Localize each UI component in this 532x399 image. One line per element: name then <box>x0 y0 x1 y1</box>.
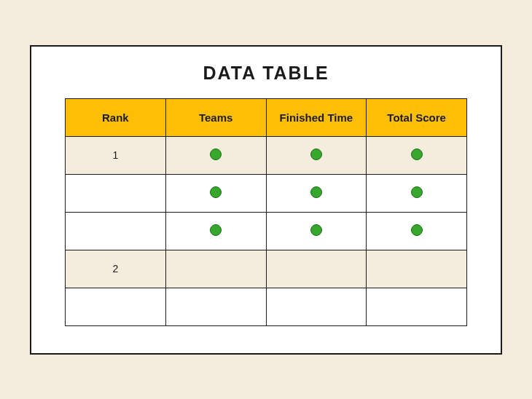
cell-teams <box>165 250 266 288</box>
cell-time <box>266 250 367 288</box>
table-row: 2 <box>66 250 467 288</box>
table-body: 12 <box>66 136 467 325</box>
table-card: DATA TABLE Rank Teams Finished Time Tota… <box>30 45 502 355</box>
data-table: Rank Teams Finished Time Total Score 12 <box>65 98 467 326</box>
status-dot-icon <box>411 186 423 198</box>
status-dot-icon <box>411 224 423 236</box>
table-row <box>66 174 467 212</box>
cell-score <box>367 250 467 288</box>
table-row <box>66 212 467 250</box>
cell-score <box>367 174 467 212</box>
cell-rank <box>66 288 166 325</box>
table-header-row: Rank Teams Finished Time Total Score <box>66 98 467 136</box>
cell-rank: 1 <box>66 136 166 174</box>
col-header-rank: Rank <box>66 98 166 136</box>
cell-score <box>367 136 467 174</box>
cell-score <box>367 288 467 325</box>
cell-rank: 2 <box>66 250 166 288</box>
cell-time <box>266 136 367 174</box>
status-dot-icon <box>310 149 322 160</box>
col-header-time: Finished Time <box>266 98 367 136</box>
status-dot-icon <box>210 186 222 198</box>
cell-teams <box>165 288 266 325</box>
page-title: DATA TABLE <box>203 63 329 84</box>
status-dot-icon <box>411 149 423 160</box>
status-dot-icon <box>310 224 322 236</box>
cell-teams <box>165 212 266 250</box>
status-dot-icon <box>210 224 222 236</box>
cell-time <box>266 174 367 212</box>
cell-time <box>266 288 367 325</box>
cell-rank <box>66 174 166 212</box>
cell-rank <box>66 212 166 250</box>
status-dot-icon <box>310 186 322 198</box>
cell-teams <box>165 136 266 174</box>
cell-time <box>266 212 367 250</box>
cell-score <box>367 212 467 250</box>
cell-teams <box>165 174 266 212</box>
status-dot-icon <box>210 149 222 160</box>
col-header-score: Total Score <box>367 98 467 136</box>
col-header-teams: Teams <box>165 98 266 136</box>
table-row <box>66 288 467 325</box>
table-row: 1 <box>66 136 467 174</box>
